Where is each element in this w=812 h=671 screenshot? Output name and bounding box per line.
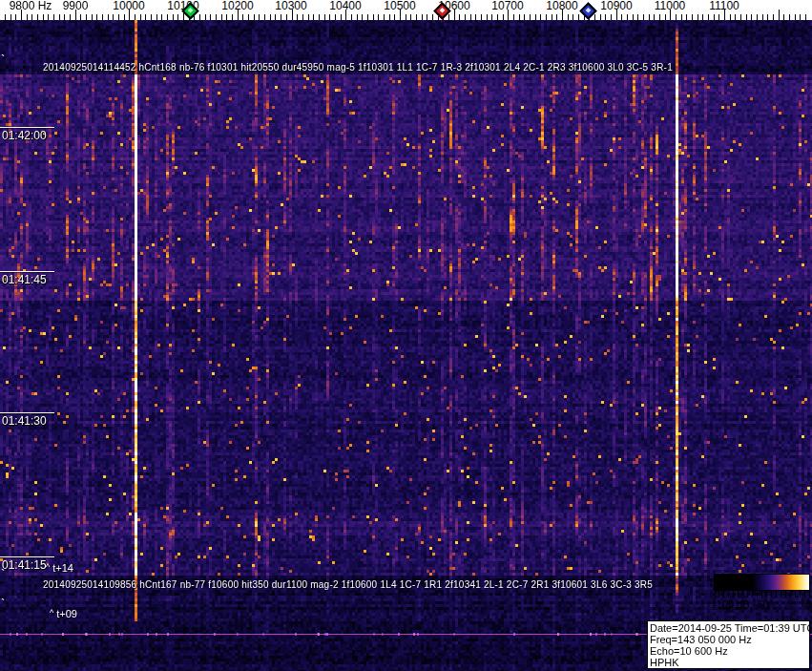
hro-spectrogram-window: 9800 Hz990010000101001020010300104001050… — [0, 0, 812, 671]
detection-text-top: 20140925014114452 hCnt168 nb-76 f10301 h… — [43, 62, 673, 73]
ruler-label-10000: 10000 — [113, 0, 144, 11]
time-tick-line — [0, 271, 54, 272]
ruler-label-11000: 11000 — [655, 0, 685, 11]
ruler-label-10400: 10400 — [329, 0, 361, 11]
marker-blue-core — [586, 8, 592, 13]
edge-tick-mark: ` — [1, 599, 5, 609]
ruler-label-9900: 9900 — [63, 0, 89, 11]
ruler-label-10800: 10800 — [546, 0, 577, 11]
ruler-label-10500: 10500 — [384, 0, 415, 11]
ruler-label-10700: 10700 — [491, 0, 523, 11]
time-tick-line — [0, 556, 54, 557]
info-date-time: Date=2014-09-25 Time=01:39 UTC — [650, 622, 807, 634]
time-offset-tplus14: ^t+14 — [46, 561, 73, 574]
colorbar-label-min: -100 dB — [713, 598, 750, 610]
colorbar-legend: -100 dB -50 0 — [712, 573, 811, 611]
marker-red-core — [440, 8, 446, 13]
colorbar-label-max: 0 — [805, 598, 811, 610]
time-offset-label: t+14 — [52, 562, 73, 574]
time-label-014130: 01:41:30 — [2, 415, 47, 428]
caret-icon: ^ — [46, 562, 50, 572]
spectrogram-canvas — [0, 20, 812, 671]
colorbar-gradient — [714, 574, 810, 591]
time-offset-tplus09: ^t+09 — [50, 607, 77, 619]
ruler-label-10300: 10300 — [275, 0, 306, 11]
edge-tick-mark: ` — [1, 570, 5, 579]
time-label-014145: 01:41:45 — [2, 274, 47, 286]
info-echo: Echo=10 600 Hz — [650, 645, 807, 657]
detection-text-bottom: 20140925014109856 hCnt167 nb-77 f10600 h… — [43, 579, 653, 590]
caret-icon: ^ — [50, 608, 53, 618]
time-label-014115: 01:41:15 — [2, 559, 47, 572]
time-tick-line — [0, 412, 54, 413]
colorbar-label-mid: -50 — [754, 598, 769, 610]
ruler-label-10200: 10200 — [221, 0, 253, 11]
info-station: HPHK — [650, 657, 807, 668]
ruler-label-10900: 10900 — [600, 0, 632, 11]
marker-green-core — [188, 8, 194, 13]
ruler-label-11100: 11100 — [709, 0, 739, 11]
time-label-014200: 01:42:00 — [2, 130, 47, 142]
time-offset-label: t+09 — [56, 608, 77, 619]
frequency-ruler: 9800 Hz990010000101001020010300104001050… — [0, 0, 812, 20]
info-frequency: Freq=143 050 000 Hz — [650, 634, 807, 645]
observation-info-box: Date=2014-09-25 Time=01:39 UTC Freq=143 … — [647, 620, 810, 669]
time-tick-line — [0, 127, 54, 128]
ruler-label-9800-Hz: 9800 Hz — [10, 0, 52, 11]
colorbar-ticks — [714, 591, 810, 598]
edge-tick-mark: ` — [1, 55, 5, 65]
